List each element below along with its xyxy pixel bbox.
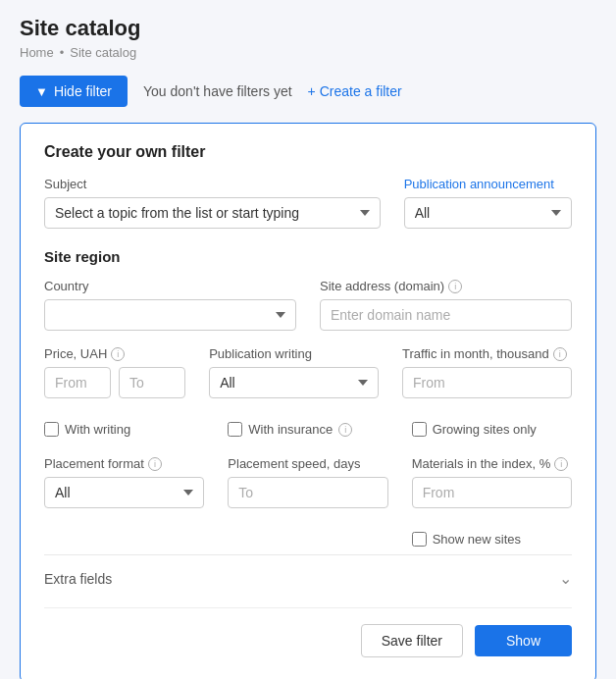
breadcrumb-current: Site catalog (70, 45, 136, 60)
placement-materials-row: Placement format i All Placement speed, … (44, 456, 572, 508)
placement-speed-label: Placement speed, days (228, 456, 387, 471)
publication-writing-select[interactable]: All (209, 367, 379, 398)
growing-sites-checkbox-label[interactable]: Growing sites only (412, 422, 572, 437)
placement-format-info-icon: i (148, 457, 162, 471)
checkboxes-row-1: With writing With insurance i Growing si… (44, 414, 572, 437)
breadcrumb-separator: • (60, 45, 65, 60)
breadcrumb: Home • Site catalog (20, 45, 596, 60)
filter-panel-title: Create your own filter (44, 143, 572, 161)
with-insurance-checkbox[interactable] (228, 422, 242, 437)
price-group: Price, UAH i (44, 346, 185, 398)
publication-announcement-group: Publication announcement All (404, 177, 572, 229)
checkboxes-row-2: Show new sites (44, 524, 572, 547)
with-writing-checkbox[interactable] (44, 422, 59, 437)
placement-speed-input[interactable] (228, 477, 387, 508)
hide-filter-label: Hide filter (54, 83, 112, 99)
price-writing-traffic-row: Price, UAH i Publication writing All Tra… (44, 346, 572, 398)
materials-index-info-icon: i (554, 457, 568, 471)
show-new-sites-col: Show new sites (412, 524, 572, 547)
show-new-sites-checkbox[interactable] (412, 532, 427, 547)
with-insurance-col: With insurance i (228, 414, 387, 437)
extra-fields-label: Extra fields (44, 571, 112, 587)
site-region-title: Site region (44, 248, 572, 265)
hide-filter-button[interactable]: ▼ Hide filter (20, 76, 128, 107)
save-filter-button[interactable]: Save filter (361, 624, 463, 657)
country-select[interactable] (44, 299, 296, 331)
placement-format-group: Placement format i All (44, 456, 204, 508)
site-address-info-icon: i (448, 280, 462, 293)
subject-row: Subject Select a topic from the list or … (44, 177, 572, 229)
publication-writing-label: Publication writing (209, 346, 379, 361)
site-address-input[interactable] (320, 299, 572, 331)
country-address-row: Country Site address (domain) i (44, 279, 572, 331)
country-label: Country (44, 279, 296, 293)
filter-panel: Create your own filter Subject Select a … (20, 123, 596, 679)
create-filter-link[interactable]: + Create a filter (308, 83, 402, 99)
publication-announcement-select[interactable]: All (404, 197, 572, 229)
show-button[interactable]: Show (475, 625, 572, 656)
show-new-sites-text: Show new sites (433, 532, 521, 547)
subject-group: Subject Select a topic from the list or … (44, 177, 381, 229)
toolbar: ▼ Hide filter You don't have filters yet… (20, 76, 596, 107)
price-label: Price, UAH i (44, 346, 185, 361)
insurance-info-icon: i (338, 423, 352, 437)
growing-sites-text: Growing sites only (433, 422, 537, 437)
with-insurance-checkbox-label[interactable]: With insurance i (228, 422, 387, 437)
traffic-from-input[interactable] (402, 367, 572, 398)
breadcrumb-home[interactable]: Home (20, 45, 54, 60)
materials-index-group: Materials in the index, % i (412, 456, 572, 508)
no-filters-text: You don't have filters yet (143, 83, 292, 99)
with-writing-text: With writing (65, 422, 130, 437)
publication-writing-group: Publication writing All (209, 346, 379, 398)
chevron-down-icon: ⌄ (559, 569, 572, 588)
with-writing-col: With writing (44, 414, 204, 437)
site-address-group: Site address (domain) i (320, 279, 572, 331)
growing-sites-col: Growing sites only (412, 414, 572, 437)
with-writing-checkbox-label[interactable]: With writing (44, 422, 204, 437)
page-container: Site catalog Home • Site catalog ▼ Hide … (0, 0, 616, 679)
materials-index-label: Materials in the index, % i (412, 456, 572, 471)
with-insurance-text: With insurance (248, 422, 333, 437)
price-info-icon: i (111, 347, 125, 361)
subject-label: Subject (44, 177, 381, 191)
price-inputs (44, 367, 185, 398)
placement-format-label: Placement format i (44, 456, 204, 471)
show-new-sites-checkbox-label[interactable]: Show new sites (412, 532, 572, 547)
filter-icon: ▼ (35, 84, 48, 99)
price-to-input[interactable] (119, 367, 185, 398)
site-address-label: Site address (domain) i (320, 279, 572, 293)
materials-index-input[interactable] (412, 477, 572, 508)
extra-fields-row[interactable]: Extra fields ⌄ (44, 554, 572, 588)
subject-select[interactable]: Select a topic from the list or start ty… (44, 197, 381, 229)
traffic-label: Traffic in month, thousand i (402, 346, 572, 361)
page-title: Site catalog (20, 16, 596, 41)
traffic-info-icon: i (553, 347, 567, 361)
price-from-input[interactable] (44, 367, 111, 398)
publication-announcement-label: Publication announcement (404, 177, 572, 191)
country-group: Country (44, 279, 296, 331)
placement-speed-group: Placement speed, days (228, 456, 387, 508)
placement-format-select[interactable]: All (44, 477, 204, 508)
growing-sites-checkbox[interactable] (412, 422, 427, 437)
footer-row: Save filter Show (44, 607, 572, 657)
traffic-group: Traffic in month, thousand i (402, 346, 572, 398)
